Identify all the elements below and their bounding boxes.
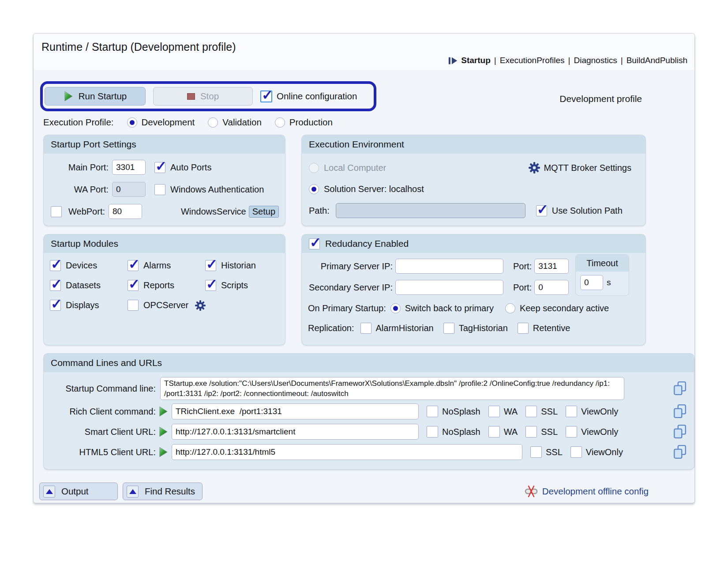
rich-client-command-input[interactable]: TRichClient.exe /port1:3131 [172, 404, 419, 419]
taghistorian-checkbox[interactable] [443, 323, 454, 334]
rich-viewonly-checkbox[interactable] [566, 406, 577, 417]
historian-checkbox[interactable] [205, 260, 216, 271]
output-button[interactable]: Output [39, 483, 118, 500]
keep-secondary-option: Keep secondary active [505, 303, 609, 313]
devices-label: Devices [66, 260, 97, 271]
opcserver-label: OPCServer [143, 300, 188, 310]
datasets-checkbox[interactable] [50, 280, 61, 291]
breadcrumb-item-executionprofiles[interactable]: ExecutionProfiles [500, 56, 565, 65]
alarmhistorian-checkbox[interactable] [360, 323, 372, 334]
switch-back-radio[interactable] [390, 303, 401, 313]
scripts-checkbox[interactable] [205, 280, 216, 291]
local-computer-radio [309, 163, 319, 173]
mqtt-broker-settings-button[interactable]: MQTT Broker Settings [529, 162, 631, 174]
validation-radio[interactable] [208, 117, 218, 128]
production-label: Production [289, 117, 333, 128]
rich-viewonly-label: ViewOnly [581, 407, 618, 417]
smart-wa-checkbox[interactable] [488, 426, 500, 438]
command-lines-panel: Command Lines and URLs Startup Command l… [44, 354, 694, 469]
local-computer-label: Local Computer [324, 163, 386, 173]
timeout-unit: s [607, 278, 611, 287]
windows-service-setup-button[interactable]: Setup [249, 206, 279, 218]
redundancy-enabled-checkbox[interactable] [309, 238, 320, 249]
smart-ssl-label: SSL [541, 427, 558, 437]
solution-server-row: Solution Server: localhost [309, 178, 638, 200]
use-solution-path-checkbox[interactable] [536, 205, 547, 216]
devices-checkbox[interactable] [50, 260, 61, 271]
historian-label: Historian [221, 260, 256, 271]
rich-ssl-checkbox[interactable] [525, 406, 537, 417]
stop-button[interactable]: Stop [153, 87, 253, 106]
main-port-input[interactable]: 3301 [112, 160, 146, 175]
production-radio[interactable] [275, 117, 285, 128]
startup-command-input[interactable]: TStartup.exe /solution:"C:\Users\User\Do… [160, 377, 624, 400]
alarmhistorian-label: AlarmHistorian [376, 323, 434, 333]
webport-checkbox[interactable] [51, 206, 62, 217]
development-radio[interactable] [127, 117, 137, 128]
disconnected-link-icon [525, 485, 538, 498]
copy-smart-client-icon[interactable] [673, 424, 687, 439]
copy-startup-command-icon[interactable] [673, 381, 687, 396]
startup-command-label: Startup Command line: [50, 384, 156, 394]
auto-ports-checkbox[interactable] [154, 162, 165, 173]
solution-server-radio[interactable] [309, 184, 319, 194]
timeout-label: Timeout [576, 255, 629, 272]
profile-name-text: Development profile [559, 94, 642, 104]
runtime-startup-window: Runtime / Startup (Development profile) … [33, 33, 695, 503]
windows-authentication-checkbox[interactable] [154, 184, 165, 195]
primary-server-ip-input[interactable] [395, 259, 503, 274]
online-configuration-checkbox[interactable] [260, 91, 272, 102]
retentive-label: Retentive [533, 323, 570, 333]
smart-nosplash-option: NoSplash [427, 426, 480, 438]
html5-viewonly-checkbox[interactable] [570, 446, 582, 458]
module-scripts: Scripts [205, 280, 279, 291]
timeout-input[interactable]: 0 [580, 275, 603, 290]
secondary-server-ip-input[interactable] [395, 280, 503, 295]
wa-port-label: WA Port: [49, 185, 109, 195]
smart-ssl-checkbox[interactable] [525, 426, 537, 438]
html5-client-url-input[interactable]: http://127.0.0.1:3131/html5 [172, 444, 522, 460]
module-alarms: Alarms [128, 260, 205, 271]
webport-input[interactable]: 80 [109, 204, 142, 219]
smart-client-url-input[interactable]: http://127.0.0.1:3131/smartclient [172, 424, 419, 440]
opcserver-gear-icon[interactable] [195, 300, 206, 311]
main-port-label: Main Port: [49, 162, 109, 173]
smart-nosplash-checkbox[interactable] [427, 426, 438, 438]
breadcrumb-item-diagnostics[interactable]: Diagnostics [574, 56, 617, 65]
replication-label: Replication: [308, 323, 354, 333]
alarms-checkbox[interactable] [128, 260, 139, 271]
offline-config-status[interactable]: Development offline config [525, 485, 649, 498]
opcserver-checkbox[interactable] [128, 300, 139, 311]
retentive-checkbox[interactable] [518, 323, 529, 334]
rich-wa-option: WA [488, 406, 518, 417]
copy-html5-client-icon[interactable] [673, 445, 687, 460]
run-smart-client-icon[interactable] [158, 426, 168, 437]
main-port-row: Main Port: 3301 Auto Ports [49, 156, 280, 178]
html5-ssl-checkbox[interactable] [530, 446, 542, 458]
webport-label: WebPort: [62, 207, 105, 217]
smart-viewonly-option: ViewOnly [566, 426, 618, 438]
primary-port-input[interactable]: 3131 [534, 259, 569, 274]
run-rich-client-icon[interactable] [158, 406, 168, 417]
timeout-box: Timeout 0 s [576, 255, 629, 295]
displays-checkbox[interactable] [50, 300, 61, 311]
windows-authentication-label: Windows Authentication [170, 185, 264, 195]
reports-checkbox[interactable] [128, 280, 139, 291]
rich-nosplash-checkbox[interactable] [427, 406, 438, 417]
keep-secondary-radio[interactable] [505, 303, 515, 313]
html5-viewonly-option: ViewOnly [570, 446, 623, 458]
copy-rich-client-icon[interactable] [673, 404, 687, 419]
page-title: Runtime / Startup (Development profile) [41, 41, 236, 53]
secondary-port-input[interactable]: 0 [534, 280, 569, 295]
startup-port-settings-panel: Startup Port Settings Main Port: 3301 Au… [44, 135, 285, 226]
smart-viewonly-checkbox[interactable] [566, 426, 577, 438]
find-results-button[interactable]: Find Results [123, 483, 203, 500]
breadcrumb-item-startup[interactable]: Startup [461, 56, 491, 65]
find-results-label: Find Results [145, 486, 195, 497]
mqtt-broker-settings-label: MQTT Broker Settings [544, 163, 631, 173]
run-startup-button[interactable]: Run Startup [45, 87, 146, 106]
run-html5-client-icon[interactable] [158, 447, 168, 457]
rich-wa-checkbox[interactable] [488, 406, 500, 417]
breadcrumb-item-buildandpublish[interactable]: BuildAndPublish [627, 56, 687, 65]
html5-viewonly-label: ViewOnly [586, 447, 623, 457]
